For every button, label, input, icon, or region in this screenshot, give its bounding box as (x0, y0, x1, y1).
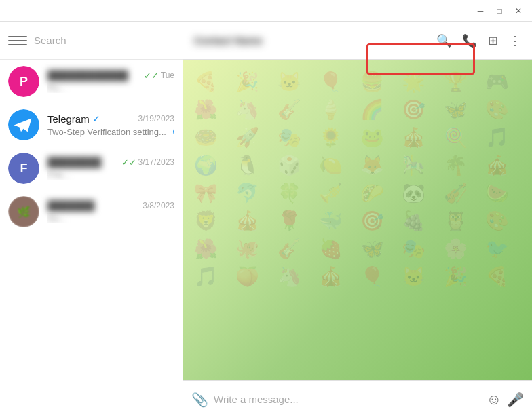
bg-emoji: 🐬 (235, 182, 271, 204)
bg-emoji: 🍔 (360, 71, 396, 93)
bg-emoji: 🎉 (235, 71, 271, 93)
chat-name-row: Telegram✓ 3/19/2023 (48, 113, 174, 125)
bg-emoji: 🎪 (319, 265, 355, 288)
menu-icon[interactable] (8, 31, 27, 50)
chat-preview: Frie... (48, 170, 174, 180)
bg-emoji: 🎨 (485, 210, 521, 232)
avatar: F (8, 153, 39, 184)
bg-emoji: 🎪 (485, 154, 521, 176)
bg-emoji: 🐦 (485, 238, 521, 260)
chat-panel: Contact Name 🔍 📞 ⊞ ⋮ 🍕🎉🐱🎈🍔🌟🏆🎮🌺🦄🎸🍦🌈🎯🦋🎨🍩🚀🎭… (183, 22, 532, 418)
bg-emoji: 🎉 (444, 265, 480, 288)
attach-icon[interactable]: 📎 (191, 392, 208, 408)
bg-emoji: 🎮 (485, 71, 521, 93)
message-input[interactable] (214, 394, 481, 405)
bg-emoji: 🎭 (278, 126, 314, 149)
bg-emoji: 🌍 (194, 154, 230, 176)
chat-background: 🍕🎉🐱🎈🍔🌟🏆🎮🌺🦄🎸🍦🌈🎯🦋🎨🍩🚀🎭🌻🐸🎪🍭🎵🌍🐧🎲🍋🦊🎠🌴🎪🎀🐬🍀🎺🌮🐼🎻🍉… (183, 60, 532, 380)
header-actions: 🔍 📞 ⊞ ⋮ (436, 33, 521, 48)
maximize-button[interactable]: □ (491, 3, 508, 19)
bg-emoji: 🐳 (319, 210, 355, 232)
chat-time: ✓✓Tue (144, 71, 174, 81)
bg-emoji: 🎺 (319, 182, 355, 204)
main-container: P ████████████ ✓✓Tue Pu... Telegram✓ 3/1… (0, 22, 532, 418)
bg-emoji: 🐱 (278, 71, 314, 93)
minimize-button[interactable]: ─ (472, 3, 489, 19)
sidebar-header (0, 22, 183, 60)
chat-info: ████████████ ✓✓Tue Pu... (48, 70, 174, 93)
chat-time: 3/19/2023 (138, 114, 174, 124)
chat-info: ████████ ✓✓3/17/2023 Frie... (48, 157, 174, 180)
chat-item[interactable]: P ████████████ ✓✓Tue Pu... (0, 60, 183, 103)
bg-emoji: 🌸 (444, 238, 480, 260)
chat-input-area: 📎 ☺ 🎤 (183, 380, 532, 418)
bg-emoji: 🍇 (402, 210, 438, 232)
bg-emoji: 🚀 (235, 126, 271, 149)
chat-header: Contact Name 🔍 📞 ⊞ ⋮ (183, 22, 532, 60)
bg-emoji: 🦋 (360, 238, 396, 260)
bg-emoji: 🦋 (444, 98, 480, 121)
more-icon[interactable]: ⋮ (509, 33, 521, 48)
chat-item[interactable]: F ████████ ✓✓3/17/2023 Frie... (0, 147, 183, 190)
mic-icon[interactable]: 🎤 (507, 392, 524, 408)
bg-emoji: 🎸 (278, 238, 314, 260)
bg-emoji: 🌴 (444, 154, 480, 176)
bg-emoji: 🦄 (278, 265, 314, 288)
search-icon[interactable]: 🔍 (436, 33, 451, 48)
bg-emoji: 🎀 (194, 182, 230, 204)
bg-emoji: 🎭 (402, 238, 438, 260)
bg-emoji: 🐧 (235, 154, 271, 176)
chat-name: ███████ (48, 200, 94, 211)
bg-emoji: 🍉 (485, 182, 521, 204)
bg-emoji: 🍋 (319, 154, 355, 176)
chat-name: ████████ (48, 157, 101, 168)
bg-emoji: 🎲 (278, 154, 314, 176)
chat-list: P ████████████ ✓✓Tue Pu... Telegram✓ 3/1… (0, 60, 183, 418)
chat-preview: Du... (48, 213, 174, 223)
bg-emoji: 🌟 (402, 71, 438, 93)
chat-item[interactable]: Telegram✓ 3/19/2023 Two-Step Verificatio… (0, 103, 183, 147)
columns-icon[interactable]: ⊞ (488, 33, 498, 48)
bg-emoji: 🍩 (194, 126, 230, 149)
bg-emoji: 🎯 (402, 98, 438, 121)
bg-emoji: 🌮 (360, 182, 396, 204)
chat-name-row: ████████████ ✓✓Tue (48, 70, 174, 81)
avatar: 🌿 (8, 196, 39, 227)
bg-emoji: 🎯 (360, 210, 396, 232)
bg-emoji: 🌈 (360, 98, 396, 121)
bg-emoji: 🎈 (319, 71, 355, 93)
bg-emoji: 🌺 (194, 98, 230, 121)
chat-info: Telegram✓ 3/19/2023 Two-Step Verificatio… (48, 113, 174, 137)
bg-emoji: 🌹 (278, 210, 314, 232)
chat-name-row: ███████ 3/8/2023 (48, 200, 174, 211)
bg-emoji: 🍑 (235, 265, 271, 288)
emoji-icon[interactable]: ☺ (487, 391, 501, 408)
search-input[interactable] (34, 35, 174, 46)
bg-emoji: 🎵 (194, 265, 230, 288)
bg-emoji: 🐱 (402, 265, 438, 288)
chat-item[interactable]: 🌿 ███████ 3/8/2023 Du... (0, 190, 183, 233)
bg-emoji: 🍦 (319, 98, 355, 121)
bg-emoji: 🎸 (278, 98, 314, 121)
bg-emoji: 🎈 (360, 265, 396, 288)
bg-emoji: 🐙 (235, 238, 271, 260)
bg-emoji: 🦁 (194, 210, 230, 232)
bg-emoji: 🦊 (360, 154, 396, 176)
bg-emoji: 🍕 (485, 265, 521, 288)
chat-preview: Pu... (48, 83, 174, 93)
chat-preview: Two-Step Verification setting...2 (48, 127, 174, 137)
phone-icon[interactable]: 📞 (462, 33, 477, 48)
avatar (8, 109, 39, 140)
bg-emoji: 🎵 (485, 126, 521, 149)
sidebar: P ████████████ ✓✓Tue Pu... Telegram✓ 3/1… (0, 22, 183, 418)
chat-info: ███████ 3/8/2023 Du... (48, 200, 174, 223)
bg-emoji: 🌺 (194, 238, 230, 260)
bg-pattern: 🍕🎉🐱🎈🍔🌟🏆🎮🌺🦄🎸🍦🌈🎯🦋🎨🍩🚀🎭🌻🐸🎪🍭🎵🌍🐧🎲🍋🦊🎠🌴🎪🎀🐬🍀🎺🌮🐼🎻🍉… (183, 60, 532, 380)
titlebar: ─ □ ✕ (0, 0, 532, 22)
close-button[interactable]: ✕ (510, 3, 527, 19)
bg-emoji: 🍕 (194, 71, 230, 93)
bg-emoji: 🌻 (319, 126, 355, 149)
bg-emoji: 🐼 (402, 182, 438, 204)
bg-emoji: 🏆 (444, 71, 480, 93)
bg-emoji: 🦄 (235, 98, 271, 121)
